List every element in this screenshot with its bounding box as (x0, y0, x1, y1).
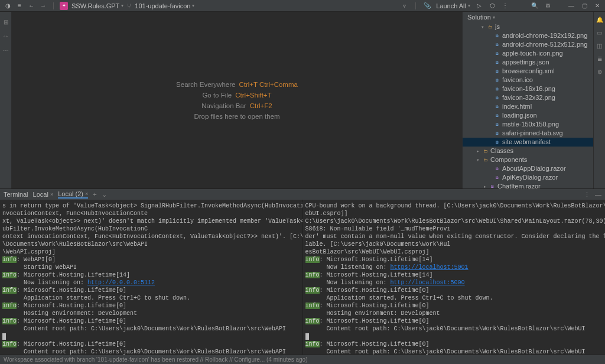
settings-icon[interactable]: ⚙ (544, 2, 552, 10)
expand-icon[interactable] (487, 78, 492, 83)
terminal-tab-main[interactable]: Terminal (4, 191, 28, 198)
tree-item[interactable]: 🗎index.html (463, 102, 593, 111)
file-icon: 🗎 (494, 41, 500, 48)
expand-icon[interactable] (487, 140, 492, 145)
tree-item[interactable]: 🗎appsettings.json (463, 58, 593, 67)
expand-icon[interactable] (487, 131, 492, 136)
expand-icon[interactable] (487, 43, 492, 47)
more-left-icon[interactable]: ⋯ (2, 46, 10, 54)
db-icon[interactable]: ≣ (596, 54, 604, 63)
tree-item[interactable]: 🗎safari-pinned-tab.svg (463, 129, 593, 138)
file-name: android-chrome-192x192.png (502, 31, 587, 40)
minimize-icon[interactable]: — (567, 2, 575, 10)
tree-item[interactable]: 🗎ApiKeyDialog.razor (463, 173, 593, 182)
tree-item[interactable]: 🗎site.webmanifest (463, 138, 593, 147)
maximize-icon[interactable]: ▢ (580, 2, 588, 10)
tree-item[interactable]: 🗎AboutAppDialog.razor (463, 164, 593, 173)
terminal-tab-local[interactable]: Local × (33, 191, 54, 198)
debug-icon[interactable]: ⬡ (488, 2, 496, 10)
file-name: safari-pinned-tab.svg (502, 129, 563, 138)
status-message: Workspace associated with branch '101-up… (4, 356, 307, 363)
expand-icon[interactable] (487, 167, 492, 171)
tree-item[interactable]: 🗎apple-touch-icon.png (463, 49, 593, 58)
tree-item[interactable]: 🗎favicon-16x16.png (463, 84, 593, 93)
tree-item[interactable]: ▸🗀Classes (463, 147, 593, 155)
attach-icon[interactable]: 📎 (423, 2, 431, 10)
expand-icon[interactable] (487, 113, 492, 118)
folder-icon: 🗀 (487, 24, 493, 30)
right-tool-rail: 🔔 ▭ ◫ ≣ ⊕ (593, 12, 605, 188)
terminal-output-left[interactable]: s in return type of 'ValueTask<object> S… (0, 200, 303, 355)
editor-hint: Go to FileCtrl+Shift+T (202, 92, 271, 99)
hint-shortcut: Ctrl+F2 (250, 102, 272, 109)
solution-name[interactable]: SSW.Rules.GPT ▾ (71, 2, 123, 9)
tree-item[interactable]: 🗎favicon-32x32.png (463, 93, 593, 102)
expand-icon[interactable] (487, 51, 492, 56)
file-icon: 🗎 (494, 139, 500, 145)
terminal-hide-icon[interactable]: — (595, 191, 601, 198)
more-icon[interactable]: ⋮ (501, 2, 509, 10)
folder-icon: 🗀 (482, 148, 489, 154)
left-tool-rail: ⊞ ◦◦ ⋯ (0, 12, 12, 188)
tree-item[interactable]: 🗎android-chrome-512x512.png (463, 40, 593, 49)
solution-tree[interactable]: ▾🗀js🗎android-chrome-192x192.png🗎android-… (463, 22, 593, 188)
branch-name[interactable]: 101-update-favicon ▾ (135, 2, 194, 9)
file-icon: 🗎 (494, 86, 500, 92)
expand-icon[interactable]: ▸ (483, 184, 487, 189)
menu-icon[interactable]: ≡ (15, 2, 24, 10)
tree-item[interactable]: 🗎favicon.ico (463, 76, 593, 84)
filter-icon[interactable]: ▿ (400, 2, 408, 10)
tree-item[interactable]: ▾🗀Components (463, 155, 593, 164)
file-name: AboutAppDialog.razor (502, 164, 566, 173)
file-icon: 🗎 (494, 103, 500, 110)
terminal-tab-local2[interactable]: Local (2) × (58, 190, 88, 199)
terminal-output-right[interactable]: CPU-bound work on a background thread. [… (303, 200, 606, 355)
expand-icon[interactable] (487, 122, 492, 127)
expand-icon[interactable]: ▾ (476, 158, 480, 162)
tree-item[interactable]: 🗎mstile-150x150.png (463, 120, 593, 129)
git-icon[interactable]: ⊕ (596, 67, 604, 76)
layers-icon[interactable]: ◫ (596, 41, 604, 50)
run-icon[interactable]: ▷ (475, 2, 483, 10)
hint-shortcut: Ctrl+T Ctrl+Comma (239, 81, 297, 88)
run-config[interactable]: Launch All ▾ (436, 2, 470, 9)
file-name: index.html (502, 102, 532, 111)
tree-item[interactable]: 🗎loading.json (463, 111, 593, 120)
terminal-options-icon[interactable]: ⋮ (584, 191, 590, 199)
folder-icon[interactable]: ▭ (596, 28, 604, 37)
solution-icon: ✦ (60, 2, 68, 10)
search-icon[interactable]: 🔍 (531, 2, 539, 10)
file-icon: 🗎 (494, 112, 500, 119)
terminal-add-tab[interactable]: + (93, 191, 96, 198)
expand-icon[interactable] (487, 105, 492, 109)
file-name: ApiKeyDialog.razor (502, 173, 558, 182)
expand-icon[interactable] (487, 87, 492, 92)
back-icon[interactable]: ← (27, 2, 35, 10)
file-icon: 🗎 (494, 59, 500, 66)
file-icon: 🗎 (494, 121, 500, 128)
terminal-tab-dropdown[interactable]: ⌄ (102, 191, 107, 199)
close-icon[interactable]: ✕ (593, 2, 601, 10)
notifications-icon[interactable]: 🔔 (596, 15, 604, 24)
structure-icon[interactable]: ⊞ (2, 18, 10, 26)
expand-icon[interactable]: ▾ (480, 25, 485, 30)
expand-icon[interactable] (487, 176, 492, 180)
tree-item[interactable]: ▸🗎ChatItem.razor (463, 182, 593, 188)
editor-hint: Navigation BarCtrl+F2 (201, 102, 272, 109)
expand-icon[interactable] (487, 69, 492, 74)
expand-icon[interactable] (487, 60, 492, 65)
expand-icon[interactable] (487, 96, 492, 100)
branch-icon: ⑂ (127, 2, 131, 9)
expand-icon[interactable]: ▸ (476, 149, 480, 154)
hint-shortcut: Ctrl+Shift+T (235, 92, 271, 99)
tree-item[interactable]: 🗎browserconfig.xml (463, 67, 593, 76)
hint-label: Search Everywhere (176, 81, 235, 88)
expand-icon[interactable] (487, 34, 492, 38)
forward-icon[interactable]: → (39, 2, 47, 10)
tree-item[interactable]: ▾🗀js (463, 22, 593, 31)
solution-header[interactable]: Solution ▾ (463, 12, 593, 22)
bookmarks-icon[interactable]: ◦◦ (2, 32, 10, 40)
file-icon: 🗎 (494, 68, 500, 74)
hint-label: Navigation Bar (201, 102, 246, 109)
tree-item[interactable]: 🗎android-chrome-192x192.png (463, 31, 593, 40)
